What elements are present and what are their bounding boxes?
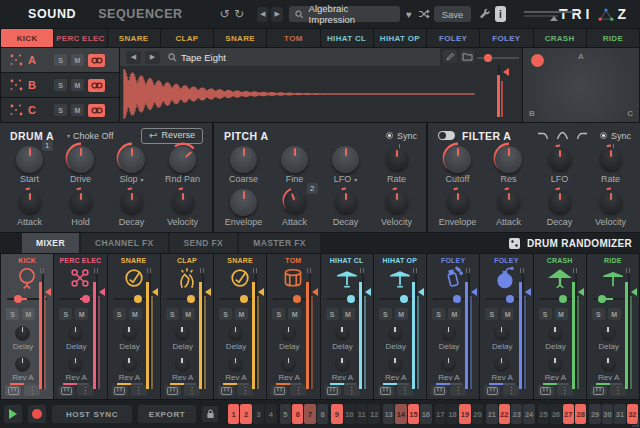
layer-mute-button[interactable]: M <box>71 79 84 91</box>
fader-handle[interactable] <box>45 288 51 296</box>
fader-handle[interactable] <box>631 288 637 296</box>
layer-row[interactable]: B S M <box>1 73 119 97</box>
delay-send-knob[interactable] <box>228 326 243 341</box>
channel-fader[interactable] <box>409 274 421 389</box>
layer-mute-button[interactable]: M <box>71 54 84 66</box>
layer-row[interactable]: A S M <box>1 48 119 72</box>
channel-fader[interactable] <box>196 274 208 389</box>
drum-pad[interactable]: FOLEY <box>427 29 479 47</box>
knob[interactable] <box>281 146 308 173</box>
drum-pad[interactable]: SNARE <box>108 29 160 47</box>
reverb-send-knob[interactable] <box>388 357 403 372</box>
knob[interactable] <box>169 146 196 173</box>
edit-pencil-button[interactable] <box>443 50 457 63</box>
knob[interactable] <box>67 146 94 173</box>
drum-pad[interactable]: RIDE <box>587 29 639 47</box>
channel-mute-button[interactable]: M <box>555 308 568 320</box>
keyboard-mapping-button[interactable] <box>165 385 181 396</box>
mixer-channel-strip[interactable]: FOLEY S M Delay Rev A <box>480 254 532 399</box>
tab-send-fx[interactable]: SEND FX <box>170 233 238 253</box>
sample-next-button[interactable]: ▶ <box>145 51 160 64</box>
filter-sync-toggle[interactable]: Sync <box>600 131 631 141</box>
step-cell[interactable]: 6 <box>292 404 303 424</box>
step-cell[interactable]: 31 <box>614 404 625 424</box>
knob[interactable] <box>172 191 194 213</box>
lowpass-icon[interactable] <box>537 131 550 141</box>
reverb-send-knob[interactable] <box>68 357 83 372</box>
delay-send-knob[interactable] <box>68 326 83 341</box>
step-cell[interactable]: 23 <box>511 404 522 424</box>
mixer-channel-strip[interactable]: SNARE S M Delay Rev A <box>214 254 266 399</box>
knob[interactable] <box>386 148 408 170</box>
mixer-channel-strip[interactable]: HIHAT CL S M Delay Rev A <box>321 254 373 399</box>
knob[interactable] <box>332 146 359 173</box>
step-cell[interactable]: 13 <box>383 404 394 424</box>
channel-mute-button[interactable]: M <box>608 308 621 320</box>
channel-mute-button[interactable]: M <box>342 308 355 320</box>
channel-fader[interactable] <box>356 274 368 389</box>
reverb-send-knob[interactable] <box>175 357 190 372</box>
tab-channel-fx[interactable]: CHANNEL FX <box>81 233 168 253</box>
fader-handle[interactable] <box>205 288 211 296</box>
channel-solo-button[interactable]: S <box>592 308 605 320</box>
preset-next-button[interactable]: ▶ <box>271 7 283 22</box>
pan-handle[interactable] <box>506 295 514 303</box>
tab-master-fx[interactable]: MASTER FX <box>239 233 320 253</box>
mixer-channel-strip[interactable]: SNARE S M Delay Rev A <box>108 254 160 399</box>
step-cell[interactable]: 9 <box>331 404 342 424</box>
mixer-channel-strip[interactable]: CLAP S M Delay Rev A <box>161 254 213 399</box>
channel-solo-button[interactable]: S <box>326 308 339 320</box>
drum-pad[interactable]: CLAP <box>161 29 213 47</box>
host-sync-button[interactable]: HOST SYNC <box>52 405 132 423</box>
channel-solo-button[interactable]: S <box>219 308 232 320</box>
delay-send-knob[interactable] <box>494 326 509 341</box>
window-size-slider[interactable] <box>524 8 559 20</box>
undo-icon[interactable]: ↺ <box>219 7 231 22</box>
fader-handle[interactable] <box>578 288 584 296</box>
channel-fader[interactable] <box>303 274 315 389</box>
knob[interactable] <box>16 146 43 173</box>
keyboard-mapping-button[interactable] <box>538 385 554 396</box>
keyboard-mapping-button[interactable] <box>484 385 500 396</box>
knob[interactable] <box>230 189 257 216</box>
channel-solo-button[interactable]: S <box>272 308 285 320</box>
channel-fader[interactable] <box>622 274 634 389</box>
mixer-channel-strip[interactable]: TOM S M Delay Rev A <box>267 254 319 399</box>
step-cell[interactable]: 11 <box>356 404 367 424</box>
channel-mute-button[interactable]: M <box>288 308 301 320</box>
layer-solo-button[interactable]: S <box>54 54 67 66</box>
shuffle-icon[interactable] <box>418 7 430 22</box>
reverb-send-knob[interactable] <box>281 357 296 372</box>
keyboard-mapping-button[interactable] <box>378 385 394 396</box>
sample-prev-button[interactable]: ◀ <box>126 51 141 64</box>
keyboard-mapping-button[interactable] <box>112 385 128 396</box>
sample-name[interactable]: Tape Eight <box>181 52 226 63</box>
channel-fader[interactable] <box>36 274 48 389</box>
step-cell[interactable]: 8 <box>317 404 328 424</box>
knob[interactable] <box>335 191 357 213</box>
drum-pad[interactable]: CRASH <box>534 29 586 47</box>
pattern-lock-button[interactable] <box>202 406 218 422</box>
choke-dropdown[interactable]: ▾ Choke Off <box>67 131 113 141</box>
step-cell[interactable]: 5 <box>280 404 291 424</box>
knob[interactable] <box>549 148 571 170</box>
keyboard-mapping-button[interactable] <box>325 385 341 396</box>
mixer-channel-strip[interactable]: CRASH S M Delay Rev A <box>534 254 586 399</box>
mixer-channel-strip[interactable]: KICK S M Delay Rev A <box>1 254 53 399</box>
fader-handle[interactable] <box>365 288 371 296</box>
knob[interactable] <box>600 191 622 213</box>
step-cell[interactable]: 1 <box>228 404 239 424</box>
channel-solo-button[interactable]: S <box>6 308 19 320</box>
pitch-sync-toggle[interactable]: Sync <box>386 131 417 141</box>
fader-handle[interactable] <box>418 288 424 296</box>
step-cell[interactable]: 18 <box>447 404 458 424</box>
tab-mixer[interactable]: MIXER <box>22 233 79 253</box>
drum-pad[interactable]: FOLEY <box>480 29 532 47</box>
step-cell[interactable]: 19 <box>459 404 470 424</box>
knob[interactable] <box>121 191 143 213</box>
knob[interactable] <box>444 146 471 173</box>
channel-mute-button[interactable]: M <box>235 308 248 320</box>
step-cell[interactable]: 2 <box>240 404 251 424</box>
drum-pad[interactable]: HIHAT OP <box>374 29 426 47</box>
knob[interactable] <box>495 146 522 173</box>
